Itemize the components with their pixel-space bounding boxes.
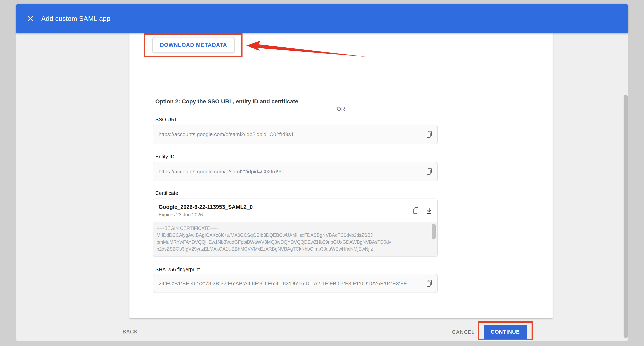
download-certificate-icon[interactable] bbox=[426, 207, 432, 215]
certificate-expiry: Expires 23 Jun 2026 bbox=[158, 212, 252, 218]
add-custom-saml-app-dialog: Add custom SAML app DOWNLOAD METADATA OR… bbox=[16, 4, 628, 341]
copy-sha256-icon[interactable] bbox=[426, 280, 432, 287]
content-card: DOWNLOAD METADATA OR Option 2: Copy the … bbox=[130, 33, 552, 318]
certificate-pem-body: -----BEGIN CERTIFICATE----- MIIDdDCCAlyg… bbox=[153, 222, 437, 256]
copy-sso-url-icon[interactable] bbox=[426, 131, 432, 138]
certificate-label: Certificate bbox=[155, 190, 178, 196]
sso-url-value: https://accounts.google.com/o/saml2/idp?… bbox=[158, 131, 294, 137]
certificate-scrollbar[interactable] bbox=[432, 224, 436, 239]
or-label: OR bbox=[337, 106, 346, 112]
sha256-field: 24:FC:B1:BE:46:72:78:3B:32:F6:AB:A4:8F:3… bbox=[153, 274, 438, 293]
sha256-label: SHA-256 fingerprint bbox=[155, 267, 200, 272]
sha256-value: 24:FC:B1:BE:46:72:78:3B:32:F6:AB:A4:8F:3… bbox=[158, 280, 407, 287]
certificate-pem-line: b2dsZSBGb3IgV29yazELMAkGA1UEBhMCVVMxEzAR… bbox=[156, 246, 429, 252]
dialog-title: Add custom SAML app bbox=[41, 15, 110, 23]
page-backdrop: Add custom SAML app DOWNLOAD METADATA OR… bbox=[0, 0, 644, 346]
back-button[interactable]: BACK bbox=[122, 328, 138, 335]
dialog-scrollbar[interactable] bbox=[624, 95, 628, 338]
certificate-actions bbox=[412, 207, 432, 215]
certificate-pem-line: -----BEGIN CERTIFICATE----- bbox=[156, 225, 429, 232]
red-annotation-arrow bbox=[245, 39, 372, 61]
certificate-name: Google_2026-6-22-113953_SAML2_0 bbox=[158, 204, 252, 210]
certificate-pem-line: bmMuMRYwFAYDVQQHEw1Nb3VudGFpbiBWaWV3MQ8w… bbox=[156, 239, 429, 246]
sso-url-label: SSO URL bbox=[155, 117, 178, 123]
entity-id-value: https://accounts.google.com/o/saml2?idpi… bbox=[158, 168, 286, 175]
copy-certificate-icon[interactable] bbox=[412, 207, 419, 215]
entity-id-label: Entity ID bbox=[155, 154, 174, 160]
close-icon[interactable] bbox=[26, 14, 35, 23]
certificate-pem-line: MIIDdDCCAlygAwIBAgIGAXo6K+u/MA0GCSqGSIb3… bbox=[156, 232, 429, 239]
download-metadata-highlight-box bbox=[144, 34, 242, 57]
option2-heading: Option 2: Copy the SSO URL, entity ID an… bbox=[155, 98, 298, 105]
copy-entity-id-icon[interactable] bbox=[426, 168, 432, 176]
continue-highlight-box bbox=[478, 321, 533, 340]
sso-url-field: https://accounts.google.com/o/saml2/idp?… bbox=[153, 125, 438, 144]
certificate-header: Google_2026-6-22-113953_SAML2_0 Expires … bbox=[153, 199, 437, 222]
entity-id-field: https://accounts.google.com/o/saml2?idpi… bbox=[153, 162, 438, 181]
divider-line-right bbox=[351, 109, 530, 109]
divider-line-left bbox=[152, 109, 331, 109]
certificate-card: Google_2026-6-22-113953_SAML2_0 Expires … bbox=[153, 199, 438, 257]
cancel-button[interactable]: CANCEL bbox=[452, 329, 474, 335]
dialog-header: Add custom SAML app bbox=[16, 4, 628, 33]
certificate-info: Google_2026-6-22-113953_SAML2_0 Expires … bbox=[158, 204, 252, 218]
or-divider: OR bbox=[152, 106, 530, 112]
